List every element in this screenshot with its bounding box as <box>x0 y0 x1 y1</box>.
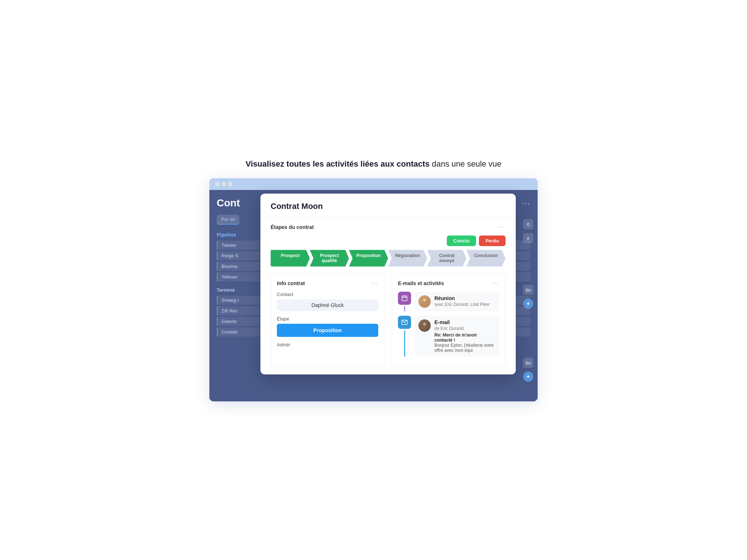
stages-actions: Conclu Perdu <box>271 236 506 246</box>
contact-value[interactable]: Daphné Gluck <box>277 299 378 311</box>
email-title: E-mail <box>434 319 496 325</box>
stage-prospect[interactable]: Prospect <box>271 250 310 267</box>
browser-bar <box>209 178 538 190</box>
btn-perdu[interactable]: Perdu <box>479 236 506 246</box>
meeting-icon <box>398 292 411 305</box>
avatar-female <box>418 295 431 308</box>
svg-point-4 <box>423 299 426 302</box>
headline-normal: dans une seule vue <box>430 159 502 168</box>
emails-title: E-mails et activités <box>398 280 444 286</box>
info-dots[interactable]: ··· <box>371 280 378 287</box>
info-section: Info contrat ··· Contact Daphné Gluck Ét… <box>271 274 384 367</box>
side-button-chevron[interactable]: ∧ <box>523 233 533 243</box>
btn-conclu[interactable]: Conclu <box>447 236 476 246</box>
stage-conclusion[interactable]: Conclusion <box>467 250 506 267</box>
side-button-add[interactable]: + <box>523 299 533 309</box>
stages-section: Étapes du contrat ··· Conclu Perdu Prosp… <box>271 224 506 267</box>
etape-value-btn[interactable]: Proposition <box>277 324 378 337</box>
pipeline-stages: Prospect Prospect qualifié Proposition N… <box>271 250 506 267</box>
side-button-tio[interactable]: tio <box>523 285 533 295</box>
emails-header: E-mails et activités ··· <box>398 280 499 287</box>
crm-side-buttons-3: tio + <box>523 358 533 382</box>
outer-container: Visualisez toutes les activités liées au… <box>209 159 538 402</box>
stage-proposition[interactable]: Proposition <box>349 250 388 267</box>
admin-label: Admin <box>277 342 378 347</box>
headline-bold: Visualisez toutes les activités liées au… <box>245 159 430 168</box>
crm-dots[interactable]: ··· <box>522 199 530 207</box>
crm-title: Cont <box>217 197 240 209</box>
activity-email: E-mail de Eric Durand Re: Merci de m'avo… <box>398 316 499 357</box>
timeline-line-email <box>404 330 405 357</box>
info-header: Info contrat ··· <box>277 280 378 287</box>
meeting-text: Réunion avec Eric Durand, Lital Piker <box>434 295 489 307</box>
modal: Contrat Moon Étapes du contrat ··· Concl… <box>260 194 516 374</box>
side-button-tio-2[interactable]: tio <box>523 358 533 368</box>
crm-side-buttons: 0 ∧ <box>523 219 533 243</box>
crm-background: Cont ··· Par de Pipeline Twister Ridge S… <box>209 190 538 401</box>
stage-negociation[interactable]: Négociation <box>388 250 427 267</box>
timeline-line-meeting <box>404 306 405 311</box>
info-title: Info contrat <box>277 280 305 286</box>
email-subtitle: de Eric Durand <box>434 326 496 331</box>
side-button-count[interactable]: 0 <box>523 219 533 229</box>
modal-body: Étapes du contrat ··· Conclu Perdu Prosp… <box>260 224 516 374</box>
meeting-title: Réunion <box>434 295 489 301</box>
browser-dot-2 <box>222 182 226 186</box>
side-button-add-2[interactable]: + <box>523 372 533 382</box>
email-subject: Re: Merci de m'avoir contacté ! <box>434 332 496 343</box>
stages-dots[interactable]: ··· <box>499 224 506 230</box>
email-content: E-mail de Eric Durand Re: Merci de m'avo… <box>415 316 499 357</box>
svg-rect-0 <box>402 296 407 301</box>
stages-title: Étapes du contrat <box>271 224 314 230</box>
modal-header: Contrat Moon <box>260 194 516 217</box>
contact-label: Contact <box>277 292 378 297</box>
activity-timeline-email <box>398 316 411 357</box>
stages-header: Étapes du contrat ··· <box>271 224 506 230</box>
modal-title: Contrat Moon <box>271 202 323 211</box>
activity-meeting: Réunion avec Eric Durand, Lital Piker <box>398 292 499 311</box>
email-text: E-mail de Eric Durand Re: Merci de m'avo… <box>434 319 496 353</box>
crm-toolbar-par[interactable]: Par de <box>217 215 239 225</box>
svg-point-6 <box>423 323 426 326</box>
stage-contrat-envoye[interactable]: Contrat envoyé <box>427 250 466 267</box>
crm-side-buttons-2: tio + <box>523 285 533 309</box>
meeting-content: Réunion avec Eric Durand, Lital Piker <box>415 292 499 311</box>
browser-dot-1 <box>215 182 220 186</box>
headline: Visualisez toutes les activités liées au… <box>209 159 538 170</box>
avatar-male <box>418 319 431 332</box>
two-col-layout: Info contrat ··· Contact Daphné Gluck Ét… <box>271 274 506 367</box>
emails-section: E-mails et activités ··· <box>392 274 506 367</box>
activity-timeline-meeting <box>398 292 411 311</box>
etape-label: Étape <box>277 316 378 322</box>
email-icon <box>398 316 411 329</box>
stage-prospect-qualifie[interactable]: Prospect qualifié <box>310 250 349 267</box>
email-body: Bonjour Eylon, j'étudierai votre offre a… <box>434 343 496 353</box>
browser-window: Cont ··· Par de Pipeline Twister Ridge S… <box>209 178 538 401</box>
meeting-subtitle: avec Eric Durand, Lital Piker <box>434 302 489 307</box>
browser-dot-3 <box>228 182 233 186</box>
emails-dots[interactable]: ··· <box>492 280 499 287</box>
